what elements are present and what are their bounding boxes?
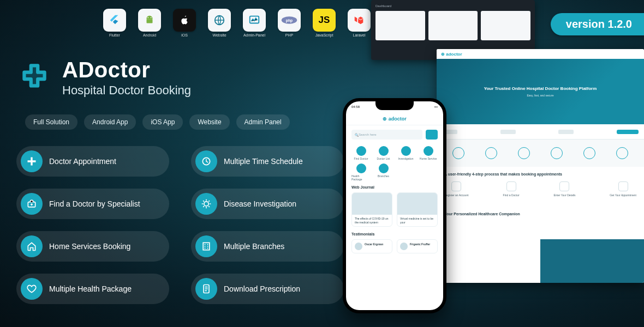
- dashboard-icon: [243, 9, 266, 32]
- mock-mobile-app: 04:58••• ⊕ adoctor 🔍 Search here Find Do…: [343, 98, 446, 313]
- feature-label: Multiple Health Package: [49, 284, 132, 293]
- mock-journal-item: The effects of COVID-19 on the medical s…: [352, 215, 392, 226]
- mock-tab: Health Package: [351, 174, 371, 181]
- feature-disease-investigation: Disease Investigation: [191, 189, 344, 219]
- mock-band-title: Your Personalized Healthcare Companion: [444, 212, 636, 216]
- svg-rect-10: [203, 243, 210, 250]
- clock-icon: [195, 150, 217, 172]
- feature-download-prescription: Download Prescription: [191, 274, 344, 304]
- feature-label: Multiple Branches: [224, 242, 284, 251]
- version-badge: version 1.2.0: [551, 13, 644, 35]
- php-icon: php: [278, 9, 301, 32]
- tech-chip-flutter: Flutter: [101, 9, 128, 37]
- mock-phone-time: 04:58: [351, 105, 360, 108]
- feature-doctor-appointment: Doctor Appointment: [16, 146, 169, 177]
- mock-step: Enter Your Details: [553, 193, 575, 197]
- mock-section-journal: Web Journal: [346, 182, 443, 190]
- mock-tab: Find Doctor: [354, 157, 368, 160]
- category-chip: Admin Panel: [236, 114, 290, 130]
- virus-icon: [195, 193, 217, 215]
- tech-label: Android: [143, 33, 156, 37]
- feature-home-services: Home Services Booking: [16, 231, 169, 262]
- svg-rect-2: [147, 19, 153, 23]
- mock-howit-title: A user-friendly 4-step process that make…: [444, 172, 636, 176]
- mock-website: ⊕ adoctor Your Trusted Online Hospital D…: [437, 49, 644, 283]
- plus-icon: [21, 150, 43, 172]
- svg-point-9: [204, 202, 208, 206]
- mock-hero-sub: Easy, fast, and secure: [527, 94, 553, 97]
- globe-icon: [208, 9, 231, 32]
- svg-point-0: [147, 17, 148, 19]
- brand-logo-icon: [16, 60, 52, 96]
- flutter-icon: [103, 9, 126, 32]
- mock-step: Get Your Appointment: [610, 193, 636, 197]
- tech-chip-laravel: Laravel: [345, 9, 373, 37]
- mock-tab: Home Service: [420, 157, 437, 160]
- feature-health-package: Multiple Health Package: [16, 274, 169, 304]
- feature-multiple-branches: Multiple Branches: [191, 231, 344, 262]
- category-chip: Android App: [84, 114, 136, 130]
- tech-label: Admin-Panel: [243, 33, 265, 37]
- feature-multiple-time-schedule: Multiple Time Schedule: [191, 146, 344, 177]
- tech-label: Laravel: [353, 33, 366, 37]
- android-icon: [138, 9, 161, 32]
- mock-admin-dashboard: Dashboard: [371, 0, 535, 60]
- mock-section-testimonial: Testimonials: [346, 229, 443, 237]
- tech-label: Flutter: [109, 33, 120, 37]
- briefcase-medical-icon: [21, 193, 43, 215]
- prescription-icon: [195, 278, 217, 300]
- tech-chip-js: JS JavaScript: [311, 9, 338, 37]
- mock-search-input: 🔍 Search here: [351, 130, 422, 140]
- feature-label: Disease Investigation: [224, 199, 296, 208]
- feature-label: Doctor Appointment: [49, 157, 116, 166]
- mock-phone-logo: ⊕ adoctor: [383, 116, 407, 122]
- category-chip: Full Solution: [25, 114, 77, 130]
- tech-chip-ios: iOS: [171, 9, 198, 37]
- brand: ADoctor Hospital Doctor Booking: [16, 58, 191, 98]
- svg-point-1: [151, 17, 152, 19]
- svg-text:php: php: [286, 19, 293, 23]
- tech-chip-website: Website: [206, 9, 233, 37]
- tech-chip-android: Android: [136, 9, 163, 37]
- feature-label: Find a Doctor by Specialist: [49, 199, 140, 208]
- heart-icon: [21, 278, 43, 300]
- category-chip: Website: [189, 114, 229, 130]
- building-icon: [195, 235, 217, 257]
- js-icon: JS: [313, 9, 336, 32]
- mock-hero-title: Your Trusted Online Hospital Doctor Book…: [484, 86, 597, 92]
- mock-journal-item: Virtual medicine is set to be your: [397, 215, 437, 226]
- mock-tab: Doctor List: [377, 157, 390, 160]
- feature-grid: Doctor Appointment Multiple Time Schedul…: [16, 146, 344, 304]
- feature-label: Download Prescription: [224, 284, 300, 293]
- mock-tab: Investigation: [398, 157, 413, 160]
- brand-title: ADoctor: [62, 58, 191, 82]
- mock-step: Register an Account: [444, 193, 469, 197]
- mock-search-button: [426, 130, 438, 140]
- category-chip: iOS App: [142, 114, 183, 130]
- category-row: Full Solution Android App iOS App Websit…: [25, 114, 290, 130]
- tech-chip-php: php PHP: [276, 9, 303, 37]
- home-icon: [21, 235, 43, 257]
- mock-testimonial: Oscar Ergman: [365, 243, 383, 246]
- tech-label: Website: [212, 33, 226, 37]
- feature-label: Multiple Time Schedule: [224, 157, 303, 166]
- laravel-icon: [348, 9, 371, 32]
- brand-subtitle: Hospital Doctor Booking: [62, 83, 191, 98]
- mock-step: Find a Doctor: [503, 193, 520, 197]
- tech-chip-admin: Admin-Panel: [241, 9, 268, 37]
- mock-testimonial: Frigantc Fruffer: [410, 243, 430, 246]
- apple-icon: [173, 9, 196, 32]
- feature-label: Home Services Booking: [49, 242, 130, 251]
- tech-label: JavaScript: [315, 33, 333, 37]
- tech-label: iOS: [181, 33, 188, 37]
- mock-tab: Branches: [378, 174, 389, 178]
- tech-row: Flutter Android iOS Website Admin-Panel …: [101, 9, 373, 37]
- feature-find-doctor-specialist: Find a Doctor by Specialist: [16, 189, 169, 219]
- tech-label: PHP: [285, 33, 293, 37]
